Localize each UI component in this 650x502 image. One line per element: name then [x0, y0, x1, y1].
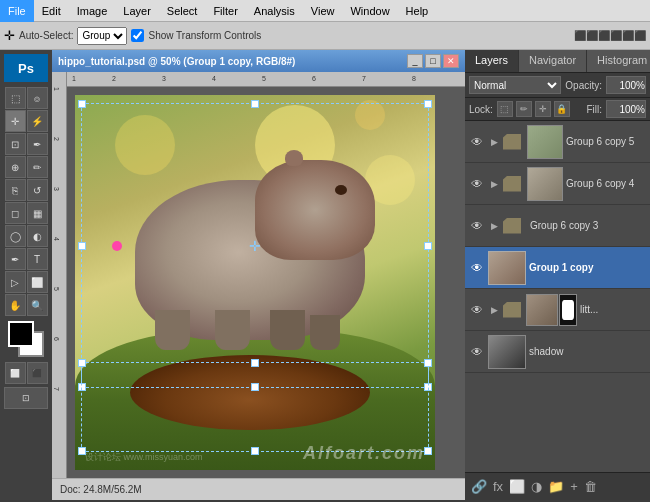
delete-layer-icon[interactable]: 🗑 — [584, 479, 597, 494]
hand-tool[interactable]: ✋ — [5, 294, 26, 316]
eyedropper-tool[interactable]: ✒ — [27, 133, 48, 155]
selection-tools: ⬚ ⌾ — [5, 87, 48, 109]
clone-stamp-tool[interactable]: ⎘ — [5, 179, 26, 201]
tab-navigator[interactable]: Navigator — [519, 50, 587, 72]
toolbox: Ps ⬚ ⌾ ✛ ⚡ ⊡ ✒ ⊕ ✏ ⎘ ↺ ◻ ▦ ◯ ◐ — [0, 50, 52, 500]
dodge-tool[interactable]: ◐ — [27, 225, 48, 247]
layer-visibility-toggle[interactable]: 👁 — [469, 302, 485, 318]
layer-item[interactable]: 👁 ▶ Group 6 copy 4 — [465, 163, 650, 205]
menu-select[interactable]: Select — [159, 0, 206, 22]
layer-name: Group 6 copy 3 — [530, 220, 646, 231]
type-tool[interactable]: T — [27, 248, 48, 270]
blend-mode-dropdown[interactable]: Normal Multiply Screen — [469, 76, 561, 94]
opacity-input[interactable] — [606, 76, 646, 94]
healing-brush-tool[interactable]: ⊕ — [5, 156, 26, 178]
lock-position[interactable]: ✛ — [535, 101, 551, 117]
status-bar: Doc: 24.8M/56.2M — [52, 478, 465, 500]
fill-input[interactable] — [606, 100, 646, 118]
menu-image[interactable]: Image — [69, 0, 116, 22]
zoom-tool[interactable]: 🔍 — [27, 294, 48, 316]
blur-tool[interactable]: ◯ — [5, 225, 26, 247]
nest — [130, 355, 370, 430]
hippo-leg-4 — [310, 315, 340, 350]
layer-item[interactable]: 👁 ▶ litt... — [465, 289, 650, 331]
add-layer-style-icon[interactable]: fx — [493, 479, 503, 494]
screen-mode-button[interactable]: ⊡ — [4, 387, 48, 409]
canvas-with-rulers: 1 2 3 4 5 6 7 8 1 2 3 4 5 6 7 — [52, 72, 465, 478]
gradient-tool[interactable]: ▦ — [27, 202, 48, 224]
hippo-eye — [335, 185, 347, 195]
erase-tools: ◻ ▦ — [5, 202, 48, 224]
fill-label: Fill: — [586, 104, 602, 115]
menu-analysis[interactable]: Analysis — [246, 0, 303, 22]
foreground-color-swatch[interactable] — [8, 321, 34, 347]
layer-expand-arrow[interactable]: ▶ — [488, 221, 500, 231]
foreground-background-color[interactable] — [8, 321, 44, 357]
layer-visibility-toggle[interactable]: 👁 — [469, 218, 485, 234]
pen-tool[interactable]: ✒ — [5, 248, 26, 270]
lasso-tool[interactable]: ⌾ — [27, 87, 48, 109]
handle-tc[interactable] — [251, 100, 259, 108]
move-tool[interactable]: ✛ — [5, 110, 26, 132]
layer-visibility-toggle[interactable]: 👁 — [469, 344, 485, 360]
document-window: hippo_tutorial.psd @ 50% (Group 1 copy, … — [52, 50, 465, 478]
clone-tools: ⎘ ↺ — [5, 179, 48, 201]
magic-wand-tool[interactable]: ⚡ — [27, 110, 48, 132]
lock-transparent-pixels[interactable]: ⬚ — [497, 101, 513, 117]
autoselect-dropdown[interactable]: Group Layer — [77, 27, 127, 45]
lock-all[interactable]: 🔒 — [554, 101, 570, 117]
history-brush-tool[interactable]: ↺ — [27, 179, 48, 201]
layer-item[interactable]: 👁 shadow — [465, 331, 650, 373]
handle-mr[interactable] — [424, 242, 432, 250]
crop-tool[interactable]: ⊡ — [5, 133, 26, 155]
mode-tools: ⬜ ⬛ — [5, 362, 48, 384]
menu-filter[interactable]: Filter — [205, 0, 245, 22]
minimize-button[interactable]: _ — [407, 54, 423, 68]
create-adjustment-layer-icon[interactable]: ◑ — [531, 479, 542, 494]
show-transform-checkbox[interactable] — [131, 29, 144, 42]
create-layer-icon[interactable]: + — [570, 479, 578, 494]
layers-list: 👁 ▶ Group 6 copy 5 👁 ▶ Group 6 copy 4 — [465, 121, 650, 472]
ps-logo: Ps — [4, 54, 48, 82]
watermark2-text: 设计论坛 www.missyuan.com — [85, 451, 203, 464]
menu-file[interactable]: File — [0, 0, 34, 22]
panel-bottom-bar: 🔗 fx ⬜ ◑ 📁 + 🗑 — [465, 472, 650, 500]
brush-tool[interactable]: ✏ — [27, 156, 48, 178]
close-button[interactable]: ✕ — [443, 54, 459, 68]
tab-histogram[interactable]: Histogram — [587, 50, 650, 72]
layer-expand-arrow[interactable]: ▶ — [488, 137, 500, 147]
canvas-area: hippo_tutorial.psd @ 50% (Group 1 copy, … — [52, 50, 465, 500]
image-canvas: ✛ — [75, 95, 435, 470]
menu-window[interactable]: Window — [342, 0, 397, 22]
layer-visibility-toggle[interactable]: 👁 — [469, 260, 485, 276]
layer-item[interactable]: 👁 ▶ Group 6 copy 5 — [465, 121, 650, 163]
layer-thumbnail — [488, 335, 526, 369]
menu-view[interactable]: View — [303, 0, 343, 22]
menu-layer[interactable]: Layer — [115, 0, 159, 22]
handle-tr[interactable] — [424, 100, 432, 108]
handle-tl[interactable] — [78, 100, 86, 108]
shape-tool[interactable]: ⬜ — [27, 271, 48, 293]
rectangular-marquee-tool[interactable]: ⬚ — [5, 87, 26, 109]
layer-item[interactable]: 👁 ▶ Group 6 copy 3 — [465, 205, 650, 247]
handle-ml[interactable] — [78, 242, 86, 250]
canvas-content[interactable]: ✛ — [67, 87, 465, 478]
layer-visibility-toggle[interactable]: 👁 — [469, 134, 485, 150]
link-layers-icon[interactable]: 🔗 — [471, 479, 487, 494]
layer-expand-arrow[interactable]: ▶ — [488, 179, 500, 189]
path-selection-tool[interactable]: ▷ — [5, 271, 26, 293]
layer-thumb-group — [526, 294, 577, 326]
layer-expand-arrow[interactable]: ▶ — [488, 305, 500, 315]
menu-edit[interactable]: Edit — [34, 0, 69, 22]
create-group-icon[interactable]: 📁 — [548, 479, 564, 494]
layer-visibility-toggle[interactable]: 👁 — [469, 176, 485, 192]
layer-item-selected[interactable]: 👁 Group 1 copy — [465, 247, 650, 289]
add-mask-icon[interactable]: ⬜ — [509, 479, 525, 494]
menu-help[interactable]: Help — [398, 0, 437, 22]
tab-layers[interactable]: Layers — [465, 50, 519, 72]
lock-image-pixels[interactable]: ✏ — [516, 101, 532, 117]
edit-standard-mode[interactable]: ⬜ — [5, 362, 26, 384]
maximize-button[interactable]: □ — [425, 54, 441, 68]
edit-quick-mask[interactable]: ⬛ — [27, 362, 48, 384]
eraser-tool[interactable]: ◻ — [5, 202, 26, 224]
